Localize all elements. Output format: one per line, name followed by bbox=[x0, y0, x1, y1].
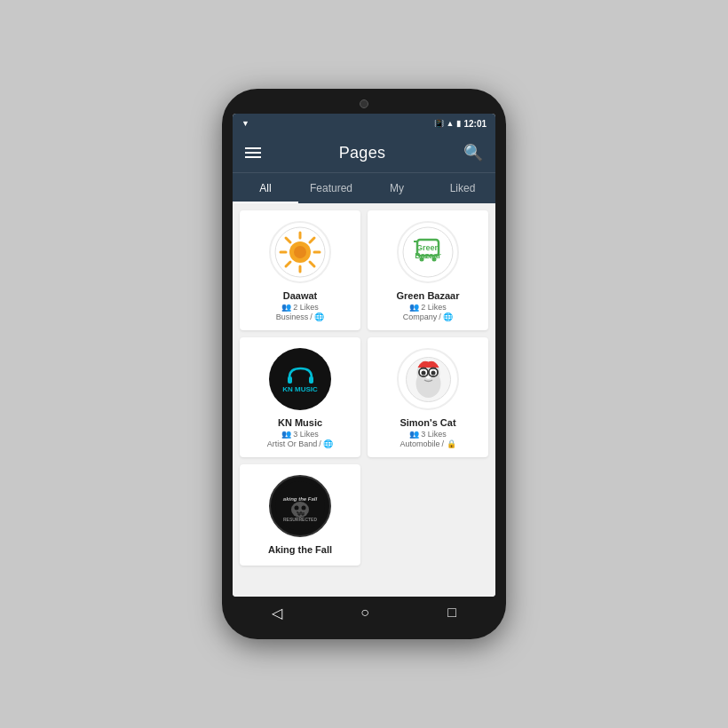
svg-point-25 bbox=[421, 370, 425, 375]
tab-featured[interactable]: Featured bbox=[298, 173, 364, 203]
page-category-daawat: Business / 🌐 bbox=[276, 313, 325, 321]
phone-screen: ▼ 📳 ▲ ▮ 12:01 Pages 🔍 All bbox=[233, 114, 495, 597]
vibrate-icon: 📳 bbox=[434, 119, 444, 128]
phone-top-bar bbox=[233, 99, 495, 108]
tab-my[interactable]: My bbox=[364, 173, 430, 203]
svg-point-15 bbox=[420, 257, 424, 262]
page-name-knmusic: KN Music bbox=[278, 417, 322, 428]
tab-liked[interactable]: Liked bbox=[430, 173, 495, 203]
pages-grid: Daawat 👥 2 Likes Business / 🌐 bbox=[240, 210, 488, 566]
status-left: ▼ bbox=[241, 119, 249, 128]
page-category-greenbazaar: Company / 🌐 bbox=[403, 313, 454, 321]
page-likes-knmusic: 👥 3 Likes bbox=[281, 430, 319, 439]
likes-icon-greenbazaar: 👥 bbox=[409, 303, 419, 312]
page-likes-simonscat: 👥 3 Likes bbox=[409, 430, 447, 439]
phone-bottom-nav: ◁ ○ □ bbox=[233, 597, 495, 629]
svg-point-35 bbox=[302, 506, 306, 510]
svg-text:RESURRECTED: RESURRECTED bbox=[283, 517, 317, 522]
page-card-akingthefall[interactable]: aking the Fall RESURRECTED Aking the Fal… bbox=[240, 464, 360, 566]
battery-icon: ▮ bbox=[456, 119, 461, 128]
tabs-bar: All Featured My Liked bbox=[233, 172, 495, 203]
page-avatar-knmusic: KN MUSIC bbox=[269, 348, 331, 410]
hamburger-button[interactable] bbox=[245, 147, 261, 158]
tab-all[interactable]: All bbox=[233, 173, 298, 203]
page-likes-daawat: 👥 2 Likes bbox=[281, 303, 319, 312]
svg-text:aking the Fall: aking the Fall bbox=[283, 496, 318, 502]
svg-point-16 bbox=[432, 257, 437, 262]
status-bar: ▼ 📳 ▲ ▮ 12:01 bbox=[233, 114, 495, 133]
visibility-icon-greenbazaar: / 🌐 bbox=[439, 313, 453, 321]
page-card-knmusic[interactable]: KN MUSIC KN Music 👥 3 Likes Artist Or Ba… bbox=[240, 337, 360, 457]
page-likes-greenbazaar: 👥 2 Likes bbox=[409, 303, 447, 312]
page-card-simonscat[interactable]: Simon's Cat 👥 3 Likes Automobile / 🔒 bbox=[368, 337, 488, 457]
page-category-simonscat: Automobile / 🔒 bbox=[400, 439, 455, 448]
svg-rect-19 bbox=[309, 376, 313, 384]
page-name-daawat: Daawat bbox=[283, 290, 318, 301]
notification-icon: ▼ bbox=[241, 119, 249, 128]
phone-camera bbox=[360, 99, 368, 108]
page-name-akingthefall: Aking the Fall bbox=[268, 544, 332, 555]
status-time: 12:01 bbox=[463, 119, 487, 129]
page-card-daawat[interactable]: Daawat 👥 2 Likes Business / 🌐 bbox=[240, 210, 360, 330]
visibility-icon-daawat: / 🌐 bbox=[310, 313, 324, 321]
app-bar-title: Pages bbox=[339, 144, 386, 162]
status-right: 📳 ▲ ▮ 12:01 bbox=[434, 119, 487, 129]
likes-icon-knmusic: 👥 bbox=[281, 430, 291, 439]
likes-icon-daawat: 👥 bbox=[281, 303, 291, 312]
home-button[interactable]: ○ bbox=[350, 599, 380, 626]
pages-content[interactable]: Daawat 👥 2 Likes Business / 🌐 bbox=[233, 203, 495, 597]
recent-button[interactable]: □ bbox=[437, 599, 467, 626]
app-bar: Pages 🔍 bbox=[233, 133, 495, 172]
page-avatar-akingthefall: aking the Fall RESURRECTED bbox=[269, 475, 331, 537]
svg-text:Bazaar: Bazaar bbox=[415, 251, 441, 260]
visibility-icon-knmusic: / 🌐 bbox=[319, 439, 333, 448]
svg-point-34 bbox=[295, 506, 299, 510]
page-avatar-daawat bbox=[269, 221, 331, 283]
search-button[interactable]: 🔍 bbox=[463, 143, 483, 162]
page-avatar-greenbazaar: Green Bazaar bbox=[397, 221, 459, 283]
wifi-icon: ▲ bbox=[447, 119, 455, 128]
page-name-greenbazaar: Green Bazaar bbox=[397, 290, 460, 301]
page-name-simonscat: Simon's Cat bbox=[400, 417, 455, 428]
page-card-greenbazaar[interactable]: Green Bazaar Green Bazaar 👥 2 Likes bbox=[368, 210, 488, 330]
svg-point-26 bbox=[431, 370, 435, 375]
page-avatar-simonscat bbox=[397, 348, 459, 410]
svg-point-2 bbox=[294, 246, 306, 258]
likes-icon-simonscat: 👥 bbox=[409, 430, 419, 439]
phone-device: ▼ 📳 ▲ ▮ 12:01 Pages 🔍 All bbox=[222, 89, 506, 639]
back-button[interactable]: ◁ bbox=[261, 599, 293, 627]
page-category-knmusic: Artist Or Band / 🌐 bbox=[267, 439, 334, 448]
visibility-icon-simonscat: / 🔒 bbox=[442, 439, 456, 448]
svg-rect-18 bbox=[288, 376, 292, 384]
